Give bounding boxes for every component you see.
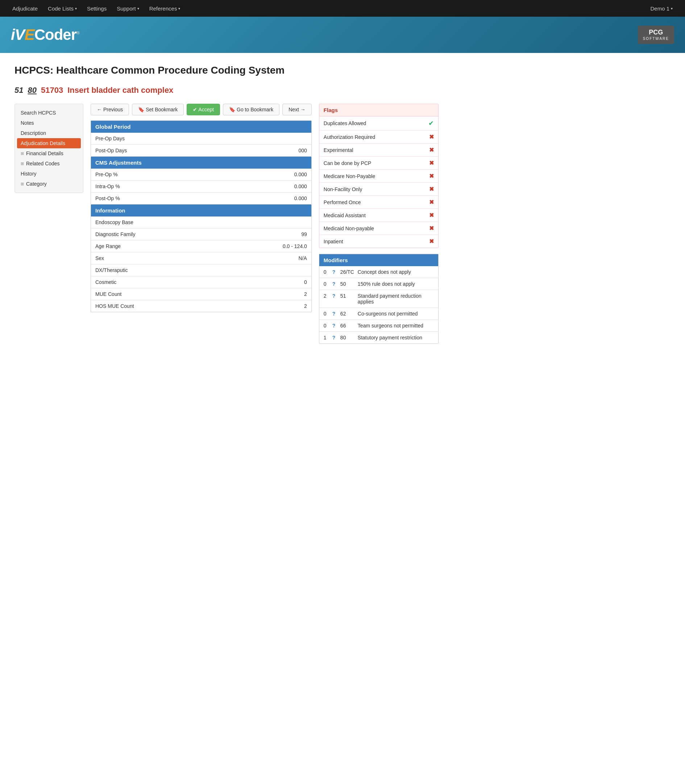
- mue-count-value: 2: [278, 291, 307, 297]
- previous-button[interactable]: ← Previous: [91, 104, 129, 115]
- mod-num-2: 2: [324, 293, 330, 299]
- support-caret: ▾: [137, 7, 139, 10]
- flag-inpatient: Inpatient ✖: [319, 235, 438, 248]
- sidebar-item-related-codes[interactable]: ⊞ Related Codes: [15, 158, 83, 169]
- pre-op-days-label: Pre-Op Days: [95, 136, 278, 142]
- age-range-label: Age Range: [95, 243, 278, 249]
- mod-num-4: 0: [324, 323, 330, 329]
- intra-op-pct-label: Intra-Op %: [95, 184, 278, 189]
- main-layout: Search HCPCS Notes Description Adjudicat…: [15, 104, 384, 344]
- sidebar-item-notes[interactable]: Notes: [15, 118, 83, 128]
- sidebar-item-financial-details[interactable]: ⊞ Financial Details: [15, 148, 83, 158]
- modifier-row-5: 1 ? 80 Statutory payment restriction: [319, 332, 438, 343]
- mod-question-0[interactable]: ?: [332, 269, 338, 275]
- nav-settings[interactable]: Settings: [82, 0, 112, 17]
- information-block: Information Endoscopy Base Diagnostic Fa…: [91, 205, 312, 312]
- sex-row: Sex N/A: [91, 252, 311, 264]
- sex-value: N/A: [278, 255, 307, 261]
- nav-references[interactable]: References ▾: [144, 0, 185, 17]
- hos-mue-count-label: HOS MUE Count: [95, 303, 278, 309]
- mod-desc-4: Team surgeons not permitted: [358, 323, 434, 329]
- code-num3[interactable]: 51703: [41, 86, 63, 95]
- code-line: 51 80 51703 Insert bladder cath complex: [15, 86, 384, 95]
- mod-desc-1: 150% rule does not apply: [358, 281, 434, 287]
- nav-user[interactable]: Demo 1 ▾: [645, 0, 678, 17]
- intra-op-pct-row: Intra-Op % 0.000: [91, 181, 311, 192]
- mod-desc-3: Co-surgeons not permitted: [358, 311, 434, 317]
- related-codes-expand-icon: ⊞: [21, 161, 24, 166]
- logo-v: V: [15, 26, 24, 43]
- mue-count-row: MUE Count 2: [91, 288, 311, 300]
- post-op-days-label: Post-Op Days: [95, 148, 278, 153]
- mod-question-5[interactable]: ?: [332, 335, 338, 340]
- content-area: ← Previous 🔖 Set Bookmark ✔ Accept 🔖 Go …: [91, 104, 438, 344]
- post-op-pct-label: Post-Op %: [95, 195, 278, 201]
- flags-section: Flags Duplicates Allowed ✔ Authorization…: [319, 104, 438, 248]
- logo-coder: Coder: [34, 26, 76, 43]
- flag-non-facility-only-icon: ✖: [429, 185, 434, 192]
- cms-adjustments-header: CMS Adjustments: [91, 157, 311, 169]
- age-range-value: 0.0 - 124.0: [278, 243, 307, 249]
- set-bookmark-button[interactable]: 🔖 Set Bookmark: [132, 104, 184, 115]
- post-op-pct-row: Post-Op % 0.000: [91, 192, 311, 204]
- flag-pcp-icon: ✖: [429, 159, 434, 166]
- header-banner: iVECoder® PCG SOFTWARE: [0, 17, 685, 53]
- mod-num-5: 1: [324, 335, 330, 340]
- sidebar-item-history[interactable]: History: [15, 169, 83, 179]
- mod-question-4[interactable]: ?: [332, 323, 338, 329]
- post-op-days-row: Post-Op Days 000: [91, 145, 311, 156]
- nav-support[interactable]: Support ▾: [112, 0, 144, 17]
- modifier-row-1: 0 ? 50 150% rule does not apply: [319, 278, 438, 290]
- code-description: Insert bladder cath complex: [67, 86, 173, 95]
- mod-question-2[interactable]: ?: [332, 293, 338, 299]
- pre-op-days-row: Pre-Op Days: [91, 133, 311, 145]
- age-range-row: Age Range 0.0 - 124.0: [91, 241, 311, 252]
- information-header: Information: [91, 205, 311, 216]
- diagnostic-family-value: 99: [278, 231, 307, 237]
- center-panel: ← Previous 🔖 Set Bookmark ✔ Accept 🔖 Go …: [91, 104, 312, 312]
- nav-adjudicate[interactable]: Adjudicate: [7, 0, 43, 17]
- sidebar-item-description[interactable]: Description: [15, 128, 83, 138]
- sidebar: Search HCPCS Notes Description Adjudicat…: [15, 104, 83, 193]
- mod-code-5: 80: [340, 335, 355, 340]
- flag-medicare-non-payable-icon: ✖: [429, 172, 434, 179]
- mod-code-4: 66: [340, 323, 355, 329]
- flag-authorization-required-icon: ✖: [429, 133, 434, 140]
- logo-i: i: [11, 26, 15, 43]
- flag-experimental: Experimental ✖: [319, 143, 438, 157]
- mod-code-3: 62: [340, 311, 355, 317]
- flag-medicaid-non-payable-icon: ✖: [429, 225, 434, 232]
- mod-num-0: 0: [324, 269, 330, 275]
- modifiers-section: Modifiers 0 ? 26/TC Concept does not app…: [319, 254, 438, 344]
- flag-medicaid-non-payable: Medicaid Non-payable ✖: [319, 222, 438, 235]
- user-caret: ▾: [671, 7, 673, 10]
- logo-registered: ®: [76, 31, 80, 36]
- global-period-block: Global Period Pre-Op Days Post-Op Days 0…: [91, 120, 312, 157]
- nav-code-lists[interactable]: Code Lists ▾: [43, 0, 82, 17]
- sidebar-item-search-hcpcs[interactable]: Search HCPCS: [15, 108, 83, 118]
- cosmetic-label: Cosmetic: [95, 279, 278, 285]
- pre-op-pct-value: 0.000: [278, 171, 307, 177]
- go-to-bookmark-button[interactable]: 🔖 Go to Bookmark: [223, 104, 279, 115]
- flag-inpatient-icon: ✖: [429, 238, 434, 245]
- next-button[interactable]: Next →: [282, 104, 312, 115]
- pcg-line1: PCG: [643, 29, 669, 37]
- mod-question-1[interactable]: ?: [332, 281, 338, 287]
- mod-question-3[interactable]: ?: [332, 311, 338, 317]
- accept-button[interactable]: ✔ Accept: [187, 104, 220, 115]
- mod-num-3: 0: [324, 311, 330, 317]
- sidebar-item-adjudication-details[interactable]: Adjudication Details: [17, 138, 81, 148]
- pre-op-pct-label: Pre-Op %: [95, 171, 278, 177]
- flag-performed-once: Performed Once ✖: [319, 196, 438, 209]
- endoscopy-base-label: Endoscopy Base: [95, 220, 278, 225]
- modifier-row-3: 0 ? 62 Co-surgeons not permitted: [319, 308, 438, 320]
- flag-medicaid-assistant: Medicaid Assistant ✖: [319, 209, 438, 222]
- logo-e: E: [24, 26, 34, 43]
- references-caret: ▾: [178, 7, 180, 10]
- sidebar-item-category[interactable]: ⊞ Category: [15, 179, 83, 189]
- mod-desc-0: Concept does not apply: [358, 269, 434, 275]
- flag-non-facility-only: Non-Facility Only ✖: [319, 183, 438, 196]
- app-logo: iVECoder®: [11, 26, 80, 44]
- code-num2[interactable]: 80: [28, 86, 36, 95]
- modifier-row-4: 0 ? 66 Team surgeons not permitted: [319, 320, 438, 332]
